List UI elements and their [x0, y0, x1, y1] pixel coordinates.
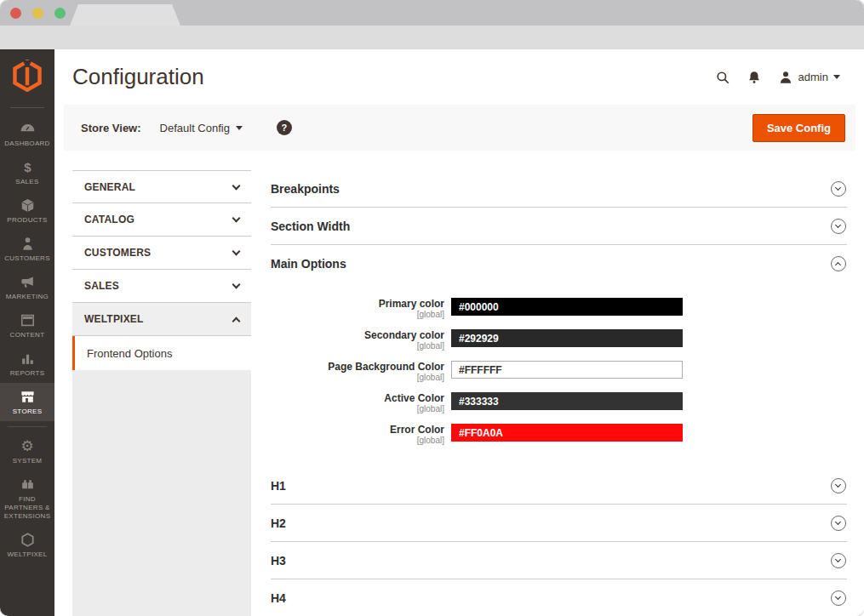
main-options-fields: Primary color [global] Secondary color […: [271, 282, 847, 467]
sidebar-item-find-partners[interactable]: FIND PARTNERS & EXTENSIONS: [0, 471, 54, 526]
chevron-down-icon: [236, 126, 243, 130]
panel-row[interactable]: H2: [271, 505, 847, 542]
chevron-down-icon: [833, 75, 840, 79]
window-controls: [10, 8, 66, 19]
panel-row[interactable]: H3: [271, 542, 847, 579]
config-section-nav: GENERAL CATALOG CUSTOMERS SALES WELTPIXE…: [72, 170, 251, 616]
config-subitem[interactable]: [72, 476, 251, 511]
content-icon: [20, 312, 36, 328]
config-subitem[interactable]: [72, 442, 251, 476]
chevron-circle-icon[interactable]: [831, 516, 846, 531]
sidebar-item-dashboard[interactable]: DASHBOARD: [0, 115, 54, 153]
config-field-row: Active Color [global]: [271, 392, 847, 414]
panel-row[interactable]: Main Options: [271, 245, 847, 282]
user-avatar-icon: [778, 70, 793, 85]
store-view-toolbar: Store View: Default Config ? Save Config: [64, 105, 855, 151]
browser-tab[interactable]: [70, 4, 180, 26]
config-section-header[interactable]: CATALOG: [72, 203, 251, 237]
color-value-input[interactable]: [451, 392, 683, 410]
panel-row[interactable]: Section Width: [271, 208, 847, 245]
search-icon[interactable]: [715, 70, 730, 85]
marketing-icon: [20, 274, 36, 290]
color-value-input[interactable]: [451, 329, 683, 347]
system-icon: ⚙: [20, 438, 33, 454]
chevron-circle-icon[interactable]: [831, 219, 846, 234]
config-field-row: Page Background Color [global]: [271, 361, 847, 383]
config-section-header[interactable]: SALES: [72, 270, 251, 303]
stores-icon: [20, 389, 36, 405]
color-value-input[interactable]: [451, 298, 683, 316]
help-icon[interactable]: ?: [277, 120, 292, 135]
close-window-button[interactable]: [10, 8, 21, 19]
maximize-window-button[interactable]: [54, 8, 66, 19]
chevron-circle-icon[interactable]: [831, 181, 846, 197]
browser-toolbar: [0, 26, 864, 49]
save-config-button[interactable]: Save Config: [752, 114, 845, 142]
magento-logo[interactable]: [13, 49, 42, 102]
config-subitem-active[interactable]: Frontend Options: [72, 336, 251, 370]
chevron-circle-up-icon[interactable]: [831, 256, 846, 271]
extensions-icon: [20, 476, 36, 493]
config-section-header[interactable]: CUSTOMERS: [72, 237, 251, 270]
sidebar-item-stores[interactable]: STORES: [0, 383, 54, 421]
sidebar-item-reports[interactable]: REPORTS: [0, 345, 54, 383]
config-field-row: Error Color [global]: [271, 424, 847, 446]
sidebar-divider: [10, 107, 44, 108]
panel-row[interactable]: H1: [271, 467, 847, 505]
dashboard-icon: [20, 121, 36, 137]
sidebar-item-content[interactable]: CONTENT: [0, 306, 54, 345]
minimize-window-button[interactable]: [32, 8, 43, 19]
config-subitem[interactable]: [72, 581, 251, 616]
chevron-circle-icon[interactable]: [831, 590, 846, 606]
sidebar-item-marketing[interactable]: MARKETING: [0, 268, 54, 306]
sales-icon: $: [20, 159, 36, 175]
config-field-row: Primary color [global]: [271, 298, 847, 320]
config-subitem[interactable]: [72, 372, 251, 407]
reports-icon: [20, 351, 36, 367]
store-view-dropdown[interactable]: Default Config: [160, 122, 243, 134]
store-view-label: Store View:: [81, 122, 141, 134]
panel-row[interactable]: H4: [271, 579, 847, 616]
sidebar-item-weltpixel[interactable]: WELTPIXEL: [0, 526, 54, 564]
chevron-down-icon: [232, 181, 241, 190]
browser-window: DASHBOARD $ SALES PRODUCTS CUSTOMERS MAR…: [0, 0, 864, 616]
admin-user-menu[interactable]: admin: [778, 70, 840, 85]
sidebar-divider: [8, 426, 47, 427]
config-panels: Breakpoints Section Width Main Options P…: [271, 170, 847, 616]
browser-title-bar: [0, 0, 864, 26]
config-subitem[interactable]: [72, 407, 251, 442]
products-icon: [20, 197, 36, 214]
color-value-input[interactable]: [451, 424, 683, 442]
config-subnav: [72, 370, 251, 616]
store-view-value: Default Config: [160, 122, 230, 134]
sidebar-item-system[interactable]: ⚙ SYSTEM: [0, 432, 54, 471]
config-subitem[interactable]: [72, 511, 251, 546]
config-section-header[interactable]: WELTPIXEL: [72, 303, 251, 336]
chevron-down-icon: [232, 214, 241, 223]
sidebar-item-products[interactable]: PRODUCTS: [0, 191, 54, 230]
admin-username: admin: [798, 71, 828, 83]
svg-text:$: $: [24, 160, 31, 174]
chevron-down-icon: [232, 281, 241, 289]
admin-sidebar: DASHBOARD $ SALES PRODUCTS CUSTOMERS MAR…: [0, 49, 54, 616]
config-subitem[interactable]: [72, 546, 251, 581]
chevron-circle-icon[interactable]: [831, 478, 846, 493]
config-section-header[interactable]: GENERAL: [72, 170, 251, 203]
chevron-down-icon: [232, 248, 241, 256]
config-field-row: Secondary color [global]: [271, 329, 847, 351]
panel-row[interactable]: Breakpoints: [271, 170, 847, 208]
chevron-circle-icon[interactable]: [831, 553, 846, 568]
sidebar-item-sales[interactable]: $ SALES: [0, 153, 54, 191]
weltpixel-icon: [20, 532, 36, 548]
customers-icon: [20, 236, 36, 252]
chevron-up-icon: [232, 317, 241, 325]
notifications-bell-icon[interactable]: [747, 70, 762, 85]
page-header: Configuration admin: [54, 49, 864, 105]
page-title: Configuration: [72, 64, 204, 90]
color-value-input[interactable]: [451, 361, 683, 379]
sidebar-item-customers[interactable]: CUSTOMERS: [0, 230, 54, 268]
